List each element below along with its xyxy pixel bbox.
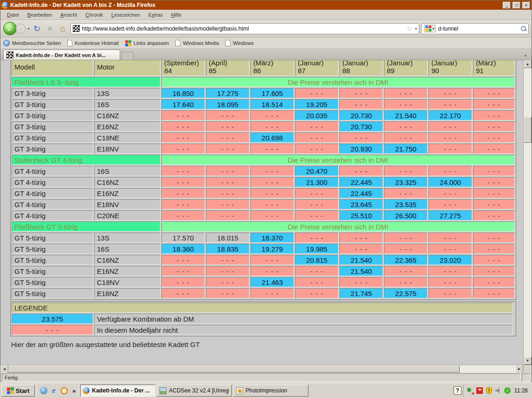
price-cell: - - - bbox=[206, 177, 250, 187]
price-cell: - - - bbox=[429, 121, 472, 132]
search-box[interactable]: ▾ bbox=[421, 23, 529, 34]
start-button[interactable]: Start bbox=[1, 385, 35, 397]
vscroll-track[interactable] bbox=[524, 68, 532, 357]
menu-extras[interactable]: Extras bbox=[145, 11, 167, 19]
back-button[interactable]: ← bbox=[3, 22, 17, 35]
horizontal-scrollbar[interactable]: ◄ ► bbox=[0, 365, 532, 373]
model-cell: GT 5-türig bbox=[12, 277, 93, 287]
task-buttons: Kadett-Info.de - Der ...ACDSee 32 v2.4 [… bbox=[80, 385, 308, 397]
urlbar-dropdown-icon[interactable]: ▾ bbox=[415, 26, 417, 31]
browser-globe-icon[interactable] bbox=[39, 386, 48, 395]
minimize-button[interactable]: _ bbox=[503, 2, 511, 9]
vertical-scrollbar[interactable]: ▲ ▼ bbox=[523, 60, 532, 365]
bookmark-item[interactable]: Links anpassen bbox=[125, 40, 169, 46]
bookmark-item[interactable]: Windows Media bbox=[175, 40, 219, 46]
legend-sample: - - - bbox=[12, 325, 93, 335]
price-cell: 21.300 bbox=[295, 177, 339, 187]
menu-ansicht[interactable]: Ansicht bbox=[57, 11, 81, 19]
price-cell: - - - bbox=[206, 110, 250, 120]
price-cell: 27.275 bbox=[429, 210, 472, 221]
table-row: GT 3-türig16S17.64018.09518.51419.205- -… bbox=[12, 99, 515, 109]
motor-cell: E16NZ bbox=[94, 188, 160, 198]
ie-icon[interactable]: e bbox=[50, 386, 58, 395]
price-cell: - - - bbox=[161, 199, 205, 209]
scroll-left-icon[interactable]: ◄ bbox=[0, 365, 8, 373]
table-row: GT 4-türigC20NE- - -- - -- - -- - -25.51… bbox=[12, 210, 515, 221]
security-shield-icon[interactable]: ! bbox=[486, 387, 493, 394]
table-row: GT 5-türigC16NZ- - -- - -- - -20.81521.5… bbox=[12, 255, 515, 265]
search-engine-selector[interactable]: ▾ bbox=[424, 25, 436, 32]
resize-grip[interactable] bbox=[522, 373, 530, 382]
price-cell: - - - bbox=[340, 99, 383, 109]
history-dropdown-icon[interactable]: ▾ bbox=[27, 26, 30, 31]
price-cell: - - - bbox=[473, 144, 515, 154]
home-button[interactable]: ⌂ bbox=[58, 23, 69, 34]
avira-icon[interactable]: ☂ bbox=[476, 387, 483, 394]
hscroll-thumb[interactable] bbox=[8, 365, 460, 373]
taskbar-button[interactable]: PhotoImpression bbox=[233, 385, 308, 397]
column-year: 87 bbox=[298, 67, 336, 75]
column-year: 86 bbox=[253, 67, 291, 75]
price-cell: - - - bbox=[206, 199, 250, 209]
acdsee-icon bbox=[160, 387, 167, 394]
scroll-right-icon[interactable]: ► bbox=[515, 365, 523, 373]
column-header: (März)86 bbox=[250, 60, 294, 76]
price-cell: - - - bbox=[384, 233, 428, 243]
titlebar[interactable]: Kadett-Info.de - Der Kadett von A bis Z … bbox=[0, 0, 532, 10]
price-cell: 20.815 bbox=[295, 255, 339, 265]
help-tooltip-icon[interactable]: ? bbox=[454, 386, 461, 395]
column-month: (April) bbox=[209, 60, 247, 67]
network-gears-icon[interactable] bbox=[467, 387, 474, 394]
price-cell: 19.205 bbox=[295, 99, 339, 109]
bookmark-item[interactable]: Windows bbox=[225, 40, 254, 46]
price-cell: - - - bbox=[206, 210, 250, 221]
bookmark-item[interactable]: Kostenlose Hotmail bbox=[67, 40, 119, 46]
status-text: Fertig bbox=[2, 373, 520, 382]
hscroll-track[interactable] bbox=[8, 365, 515, 373]
price-cell: 22.445 bbox=[340, 177, 383, 187]
model-cell: GT 3-türig bbox=[12, 144, 93, 154]
url-input[interactable] bbox=[82, 25, 404, 32]
scroll-up-icon[interactable]: ▲ bbox=[524, 60, 532, 68]
menu-hilfe[interactable]: Hilfe bbox=[167, 11, 185, 19]
bookmark-star-icon[interactable]: ☆ bbox=[406, 25, 412, 33]
taskbar-button[interactable]: ACDSee 32 v2.4 [Unregi... bbox=[157, 385, 232, 397]
forward-button[interactable]: → bbox=[16, 24, 26, 33]
menu-datei[interactable]: Datei bbox=[3, 11, 23, 19]
price-cell: 26.500 bbox=[384, 210, 428, 221]
stop-button[interactable]: × bbox=[45, 23, 56, 34]
column-header: (Januar)88 bbox=[340, 60, 383, 76]
price-cell: 18.370 bbox=[250, 233, 294, 243]
maximize-button[interactable]: ❐ bbox=[513, 2, 520, 9]
menu-chronik[interactable]: Chronik bbox=[82, 11, 107, 19]
price-cell: 20.930 bbox=[340, 144, 383, 154]
quicklaunch-overflow-chevron[interactable]: » bbox=[71, 387, 77, 394]
reload-button[interactable]: ↻ bbox=[32, 23, 43, 34]
price-cell: - - - bbox=[250, 144, 294, 154]
engine-dropdown-icon[interactable]: ▾ bbox=[432, 26, 435, 31]
price-cell: - - - bbox=[429, 288, 472, 298]
price-cell: - - - bbox=[384, 266, 428, 276]
list-all-tabs-icon[interactable]: ▾ bbox=[521, 51, 530, 60]
legend-sample: 23.575 bbox=[12, 314, 93, 324]
update-badge-icon[interactable]: ✓ bbox=[504, 387, 511, 394]
scroll-down-icon[interactable]: ▼ bbox=[524, 357, 532, 365]
url-bar[interactable]: ☆ ▾ bbox=[71, 23, 419, 34]
vscroll-thumb[interactable] bbox=[524, 117, 532, 143]
new-tab-button[interactable]: ∙∙ bbox=[122, 51, 134, 60]
close-button[interactable]: ✕ bbox=[522, 2, 530, 9]
clock-app-icon[interactable] bbox=[60, 386, 68, 395]
search-icon[interactable] bbox=[521, 26, 526, 31]
speaker-icon[interactable] bbox=[495, 387, 502, 394]
price-cell: - - - bbox=[473, 166, 515, 176]
search-input[interactable] bbox=[438, 25, 519, 32]
section-row: Fließheck GT 5-türigDie Preise verstehen… bbox=[12, 221, 515, 232]
tab-kadett-info[interactable]: Kadett-Info.de - Der Kadett von A bi... bbox=[3, 50, 120, 60]
menu-lesezeichen[interactable]: Lesezeichen bbox=[108, 11, 144, 19]
price-cell: - - - bbox=[429, 233, 472, 243]
motor-cell: E16NZ bbox=[94, 121, 160, 132]
bookmark-item[interactable]: Meistbesuchte Seiten bbox=[3, 40, 61, 46]
menu-bearbeiten[interactable]: Bearbeiten bbox=[24, 11, 56, 19]
taskbar-button[interactable]: Kadett-Info.de - Der ... bbox=[80, 385, 155, 397]
price-cell: - - - bbox=[161, 177, 205, 187]
